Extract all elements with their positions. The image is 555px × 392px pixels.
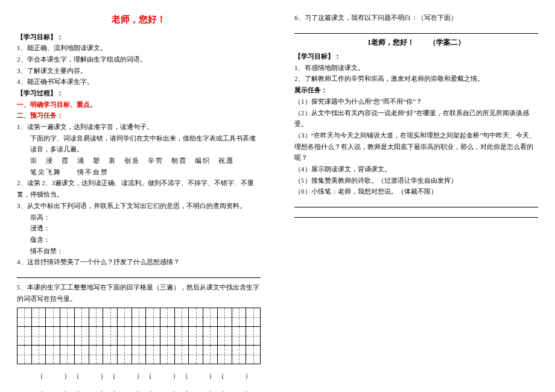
word-define: 蕴含： xyxy=(17,234,261,245)
show-task: （3）“在昨天与今天之间铺设大道，在现实和理想之间架起金桥”句中昨天、今天、理想… xyxy=(294,130,538,163)
lesson-title: 老师，您好！ xyxy=(17,12,261,28)
blank-line xyxy=(294,209,538,218)
right-column: 6、习了这篇课文，我有以下问题不明白：（写在下面） 1老师，您好！ （学案二） … xyxy=(278,0,555,392)
show-task: （6）小练笔：老师，我想对您说。（体裁不限） xyxy=(294,186,538,197)
word-define: 浸透： xyxy=(17,223,261,234)
vocab-row: 崇 浸 霞 涌 塑 衷 创造 辛劳 朝霞 编织 祝愿 xyxy=(17,155,261,166)
task-item: 4、这首抒情诗赞美了一个什么？抒发了什么思想感情？ xyxy=(17,256,261,268)
goals-header: 【学习目标】： xyxy=(294,51,538,62)
show-task: （2）从文中找出有关内容说一说老师“好”在哪里，在联系自己的所见所闻谈谈感受。 xyxy=(294,107,538,130)
step-heading: 二、预习任务： xyxy=(17,110,261,121)
process-header: 【学习过程】： xyxy=(17,87,261,99)
left-column: 老师，您好！ 【学习目标】： 1、能正确、流利地朗读课文。 2、学会本课生字，理… xyxy=(0,0,278,392)
paren-row: （ ）（ ）（ ）（ ）（ ）（ ） xyxy=(17,388,261,392)
blank-line xyxy=(294,198,538,207)
paren-row: （ ）（ ）（ ）（ ）（ ）（ ） xyxy=(17,370,261,382)
task-item: 3、从文中标出下列词语，并联系上下文写出它们的意思，不明白的查阅资料。 xyxy=(17,200,261,212)
step-heading: 一、明确学习目标、重点。 xyxy=(17,99,261,110)
goal-item: 2、了解教师工作的辛劳和崇高，激发对老师的崇敬和爱戴之情。 xyxy=(294,73,538,84)
task-note: 下面的字、词读音易读错，请同学们在文中标出来，借助生字表或工具书弄准读音，多读几… xyxy=(17,133,261,155)
goal-item: 2、学会本课生字，理解由生字组成的词语。 xyxy=(17,54,261,65)
goals-header: 【学习目标】： xyxy=(17,31,261,43)
goal-item: 4、能正确书写本课生字。 xyxy=(17,76,261,87)
tianzi-grid xyxy=(17,308,261,364)
show-task: （4）展示朗读课文，背诵课文。 xyxy=(294,163,538,175)
subplan-title: 1老师，您好！ （学案二） xyxy=(294,36,538,48)
show-task: （5）搜集赞美教师的诗歌。（过渡语让学生自由发挥） xyxy=(294,175,538,186)
show-tasks-header: 展示任务： xyxy=(294,84,538,96)
show-task: （1）探究课题中为什么用“您”而不用“你”？ xyxy=(294,96,538,107)
vocab-row: 笔尖飞舞 情不自禁 xyxy=(17,166,261,178)
word-define: 崇高： xyxy=(17,212,261,223)
goal-item: 3、了解课文主要内容。 xyxy=(17,65,261,77)
goal-item: 1、有感情地朗读课文。 xyxy=(294,62,538,74)
goal-item: 1、能正确、流利地朗读课文。 xyxy=(17,42,261,54)
word-define: 情不自禁： xyxy=(17,245,261,257)
task-item: 1、读第一遍课文，达到读准字音，读通句子。 xyxy=(17,121,261,133)
task-item: 2、读第 2、3遍课文，达到读正确、读流利。做到不添字、不掉字、不错字、不重复，… xyxy=(17,177,261,200)
blank-line xyxy=(294,25,538,34)
task-item: 5、本课的生字工工整整地写在下面的田字格里（三遍），然后从课文中找出含生字的词语… xyxy=(17,282,261,304)
task-item: 6、习了这篇课文，我有以下问题不明白：（写在下面） xyxy=(294,12,538,24)
blank-line xyxy=(17,269,261,278)
